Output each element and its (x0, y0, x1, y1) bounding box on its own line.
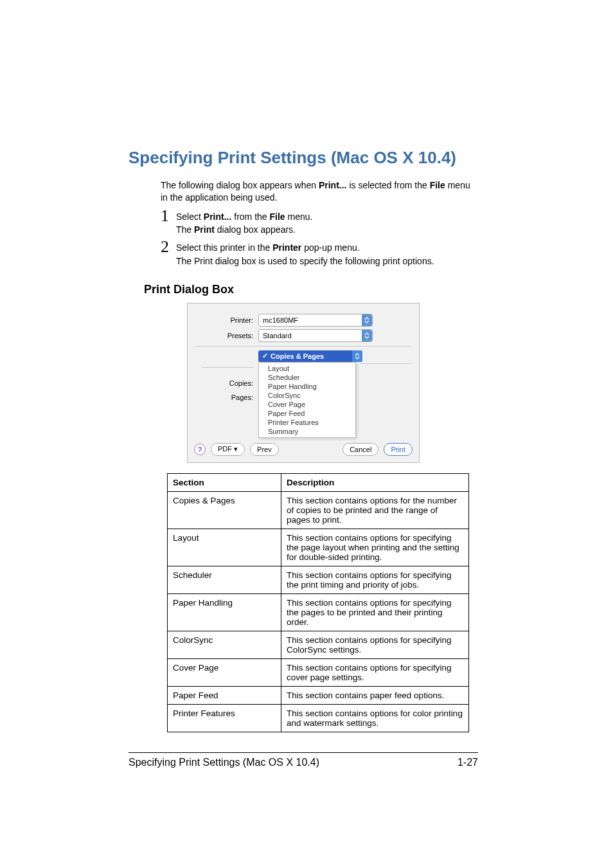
text: menu. (285, 212, 313, 222)
text: is selected from the (347, 180, 430, 190)
select-value: mc1680MF (263, 316, 298, 324)
step-1: 1 Select Print... from the File menu. Th… (161, 208, 478, 237)
text: The Print dialog box is used to specify … (176, 256, 434, 266)
cell-section: Copies & Pages (168, 491, 281, 529)
printer-label: Printer: (188, 316, 258, 324)
presets-select[interactable]: Standard (258, 329, 373, 342)
cell-description: This section contains options for the nu… (281, 491, 469, 529)
text: The (176, 224, 194, 235)
cell-section: Paper Handling (168, 593, 281, 631)
table-row: Paper FeedThis section contains paper fe… (168, 686, 469, 704)
text: dialog box appears. (215, 224, 296, 235)
cell-description: This section contains options for specif… (281, 593, 469, 631)
print-dialog: Printer: mc1680MF Presets: Standard ✓ Co… (187, 303, 420, 463)
menu-item-cover-page[interactable]: Cover Page (259, 400, 355, 409)
cancel-button[interactable]: Cancel (342, 443, 378, 456)
preview-button[interactable]: Prev (250, 443, 279, 456)
printer-select[interactable]: mc1680MF (258, 314, 373, 327)
section-select[interactable]: ✓ Copies & Pages (258, 350, 362, 362)
text-bold: Print (194, 224, 215, 235)
section-heading: Print Dialog Box (144, 283, 478, 296)
table-row: Printer FeaturesThis section contains op… (168, 704, 469, 732)
menu-item-summary[interactable]: Summary (259, 427, 355, 436)
cell-section: ColorSync (168, 631, 281, 658)
page-title: Specifying Print Settings (Mac OS X 10.4… (129, 148, 478, 168)
menu-item-layout[interactable]: Layout (259, 364, 355, 373)
help-icon[interactable]: ? (194, 444, 206, 455)
cell-section: Printer Features (168, 704, 281, 732)
menu-item-printer-features[interactable]: Printer Features (259, 418, 355, 427)
pages-label: Pages: (231, 393, 253, 401)
table-header-row: Section Description (168, 473, 469, 491)
menu-item-colorsync[interactable]: ColorSync (259, 391, 355, 400)
cell-section: Layout (168, 529, 281, 566)
table-row: ColorSyncThis section contains options f… (168, 631, 469, 658)
text-bold: Printer (272, 242, 301, 253)
step-number: 2 (161, 239, 176, 255)
text-bold: Print... (319, 180, 347, 190)
menu-item-paper-handling[interactable]: Paper Handling (259, 382, 355, 391)
cell-description: This section contains options for specif… (281, 631, 469, 658)
check-icon: ✓ (262, 352, 268, 360)
chevron-updown-icon (352, 350, 362, 362)
text: pop-up menu. (301, 242, 359, 253)
step-2: 2 Select this printer in the Printer pop… (161, 239, 478, 267)
cell-description: This section contains options for color … (281, 704, 469, 732)
chevron-updown-icon (362, 330, 372, 341)
select-value: Standard (263, 332, 292, 339)
chevron-updown-icon (362, 314, 372, 326)
col-section: Section (168, 473, 281, 491)
menu-item-paper-feed[interactable]: Paper Feed (259, 409, 355, 418)
step-number: 1 (161, 208, 176, 224)
cell-section: Scheduler (168, 566, 281, 593)
copies-label: Copies: (229, 379, 253, 387)
cell-description: This section contains options for specif… (281, 566, 469, 593)
table-row: Cover PageThis section contains options … (168, 658, 469, 686)
table-row: SchedulerThis section contains options f… (168, 566, 469, 593)
text-bold: File (270, 212, 285, 222)
cell-description: This section contains options for specif… (281, 529, 469, 566)
cell-description: This section contains options for specif… (281, 658, 469, 686)
table-row: Copies & PagesThis section contains opti… (168, 491, 469, 529)
sections-table: Section Description Copies & PagesThis s… (167, 473, 469, 732)
intro-paragraph: The following dialog box appears when Pr… (161, 179, 478, 204)
text-bold: Print... (204, 212, 232, 222)
table-row: LayoutThis section contains options for … (168, 529, 469, 566)
select-value: Copies & Pages (271, 352, 324, 360)
cell-section: Cover Page (168, 658, 281, 686)
menu-item-scheduler[interactable]: Scheduler (259, 373, 355, 382)
text: The following dialog box appears when (161, 180, 319, 190)
print-button[interactable]: Print (384, 443, 413, 456)
text: Select this printer in the (176, 242, 272, 253)
section-menu: Layout Scheduler Paper Handling ColorSyn… (258, 362, 356, 438)
footer-title: Specifying Print Settings (Mac OS X 10.4… (129, 757, 319, 768)
table-row: Paper HandlingThis section contains opti… (168, 593, 469, 631)
cell-section: Paper Feed (168, 686, 281, 704)
col-description: Description (281, 473, 469, 491)
text-bold: File (430, 180, 445, 190)
pdf-button[interactable]: PDF ▾ (211, 443, 245, 456)
cell-description: This section contains paper feed options… (281, 686, 469, 704)
footer-page-number: 1-27 (458, 757, 478, 768)
presets-label: Presets: (188, 332, 258, 339)
text: Select (176, 212, 204, 222)
text: from the (231, 212, 269, 222)
page-footer: Specifying Print Settings (Mac OS X 10.4… (129, 752, 478, 768)
